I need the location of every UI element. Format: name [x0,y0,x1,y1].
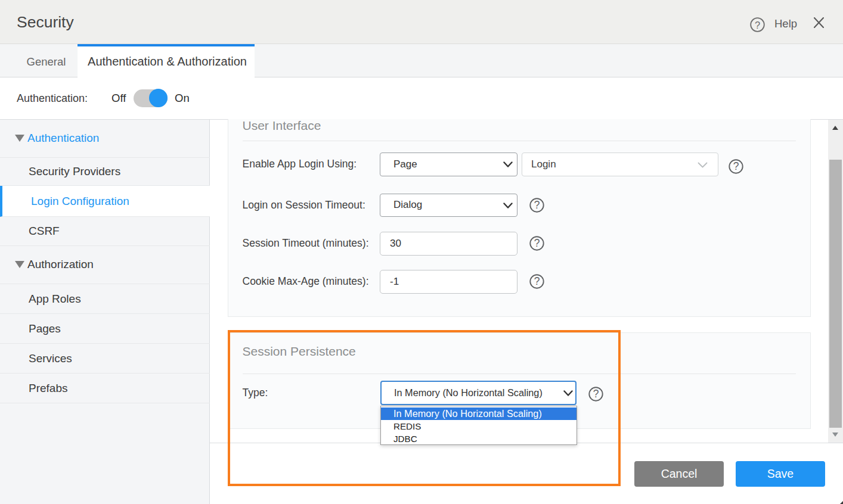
svg-text:?: ? [534,199,540,211]
svg-text:?: ? [534,237,540,249]
svg-text:?: ? [733,160,739,172]
svg-text:?: ? [755,20,760,30]
svg-text:?: ? [534,275,540,287]
